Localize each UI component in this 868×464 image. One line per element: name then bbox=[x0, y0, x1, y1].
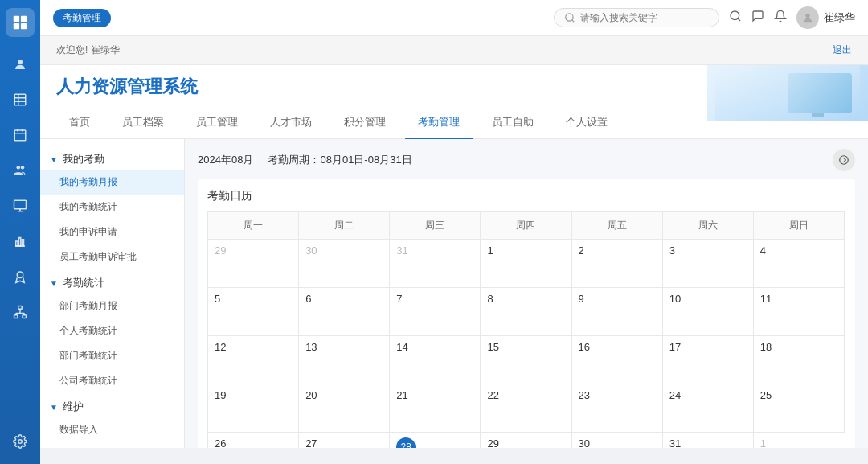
table-row[interactable]: 19 bbox=[208, 384, 299, 433]
table-row[interactable]: 11 bbox=[754, 288, 845, 336]
nav-tab-employee-file[interactable]: 员工档案 bbox=[109, 107, 177, 139]
period-nav-button[interactable] bbox=[833, 149, 855, 171]
user-avatar-area[interactable]: 崔绿华 bbox=[796, 6, 855, 29]
table-row[interactable]: 16 bbox=[572, 336, 663, 384]
sidebar-icon-badge[interactable] bbox=[6, 262, 35, 291]
bell-icon[interactable] bbox=[774, 10, 787, 26]
nav-tab-employee-manage[interactable]: 员工管理 bbox=[183, 107, 251, 139]
sidebar-icon-settings[interactable] bbox=[6, 427, 35, 456]
weekday-sun: 周日 bbox=[754, 212, 845, 240]
table-row[interactable]: 21 bbox=[390, 384, 481, 433]
group-label-3: 维护 bbox=[63, 400, 84, 414]
nav-tab-points[interactable]: 积分管理 bbox=[331, 107, 399, 139]
table-row[interactable]: 22 bbox=[481, 384, 571, 433]
table-row[interactable]: 30 bbox=[299, 240, 390, 288]
table-row[interactable]: 9 bbox=[572, 288, 663, 336]
table-row[interactable]: 17 bbox=[663, 336, 754, 384]
svg-rect-19 bbox=[16, 241, 18, 246]
table-row[interactable]: 18 bbox=[754, 336, 845, 384]
sidebar-icon-table[interactable] bbox=[6, 85, 35, 114]
search-box[interactable] bbox=[554, 8, 719, 27]
menu-item-my-monthly[interactable]: 我的考勤月报 bbox=[40, 170, 184, 195]
table-row[interactable]: 8 bbox=[481, 288, 571, 336]
arrow-icon: ▼ bbox=[50, 155, 58, 164]
menu-group-my-attendance[interactable]: ▼ 我的考勤 bbox=[40, 146, 184, 170]
nav-tab-talent-market[interactable]: 人才市场 bbox=[257, 107, 325, 139]
table-row[interactable]: 7 bbox=[390, 288, 481, 336]
table-row[interactable]: 25 bbox=[754, 384, 845, 433]
table-row[interactable]: 15 bbox=[481, 336, 571, 384]
menu-item-data-import[interactable]: 数据导入 bbox=[40, 417, 184, 442]
menu-item-my-stats[interactable]: 我的考勤统计 bbox=[40, 195, 184, 220]
svg-rect-24 bbox=[14, 315, 18, 318]
sidebar-icon-org[interactable] bbox=[6, 298, 35, 326]
table-row[interactable]: 1 bbox=[754, 433, 845, 448]
weekday-mon: 周一 bbox=[208, 212, 299, 240]
menu-item-employee-appeal[interactable]: 员工考勤申诉审批 bbox=[40, 244, 184, 269]
sidebar-icon-user[interactable] bbox=[6, 50, 35, 79]
table-row[interactable]: 29 bbox=[208, 240, 299, 288]
table-row[interactable]: 26 bbox=[208, 433, 299, 448]
sidebar-icon-chart[interactable] bbox=[6, 227, 35, 256]
table-row[interactable]: 29 bbox=[481, 433, 571, 448]
svg-rect-23 bbox=[18, 306, 23, 310]
group-label: 我的考勤 bbox=[63, 152, 104, 166]
sidebar-icon-people[interactable] bbox=[6, 156, 35, 185]
logout-button[interactable]: 退出 bbox=[833, 43, 852, 57]
menu-group-attendance-stats[interactable]: ▼ 考勤统计 bbox=[40, 269, 184, 294]
welcome-bar: 欢迎您! 崔绿华 退出 bbox=[40, 36, 868, 65]
top-icon-group bbox=[729, 10, 787, 26]
menu-item-dept-monthly[interactable]: 部门考勤月报 bbox=[40, 294, 184, 318]
weekday-thu: 周四 bbox=[481, 212, 571, 240]
weekday-tue: 周二 bbox=[299, 212, 390, 240]
table-row[interactable]: 24 bbox=[663, 384, 754, 433]
table-row[interactable]: 20 bbox=[299, 384, 390, 433]
table-row[interactable]: 6 bbox=[299, 288, 390, 336]
side-menu: ▼ 我的考勤 我的考勤月报 我的考勤统计 我的申诉申请 员工考勤申诉审批 ▼ 考… bbox=[40, 139, 185, 448]
table-row[interactable]: 27 bbox=[299, 433, 390, 448]
today-cell[interactable]: 28 bbox=[390, 433, 481, 448]
table-row[interactable]: 1 bbox=[481, 240, 571, 288]
app-logo[interactable] bbox=[6, 8, 35, 37]
menu-item-personal-stats[interactable]: 个人考勤统计 bbox=[40, 318, 184, 343]
table-row[interactable]: 3 bbox=[663, 240, 754, 288]
sidebar-icon-calendar[interactable] bbox=[6, 121, 35, 150]
search-icon-btn[interactable] bbox=[729, 10, 742, 26]
banner-image bbox=[707, 65, 868, 121]
svg-point-33 bbox=[731, 11, 739, 20]
nav-tab-personal-settings[interactable]: 个人设置 bbox=[553, 107, 620, 139]
arrow-icon-2: ▼ bbox=[50, 279, 58, 288]
table-row[interactable]: 23 bbox=[572, 384, 663, 433]
menu-item-mobile-error[interactable]: 移动端接入错误信息 bbox=[40, 442, 184, 448]
sidebar bbox=[0, 0, 40, 464]
search-input[interactable] bbox=[580, 12, 709, 23]
table-row[interactable]: 13 bbox=[299, 336, 390, 384]
svg-rect-15 bbox=[14, 200, 27, 209]
table-row[interactable]: 4 bbox=[754, 240, 845, 288]
table-row[interactable]: 30 bbox=[572, 433, 663, 448]
menu-item-dept-stats[interactable]: 部门考勤统计 bbox=[40, 343, 184, 368]
sidebar-icon-monitor[interactable] bbox=[6, 191, 35, 220]
svg-rect-3 bbox=[21, 23, 27, 29]
weekday-wed: 周三 bbox=[390, 212, 481, 240]
table-row[interactable]: 10 bbox=[663, 288, 754, 336]
menu-item-my-appeal[interactable]: 我的申诉申请 bbox=[40, 220, 184, 244]
table-row[interactable]: 2 bbox=[572, 240, 663, 288]
active-module-tag[interactable]: 考勤管理 bbox=[53, 9, 111, 27]
table-row[interactable]: 31 bbox=[663, 433, 754, 448]
message-icon[interactable] bbox=[751, 10, 764, 26]
menu-item-company-stats[interactable]: 公司考勤统计 bbox=[40, 368, 184, 393]
table-row[interactable]: 31 bbox=[390, 240, 481, 288]
welcome-text: 欢迎您! 崔绿华 bbox=[56, 43, 120, 57]
nav-tab-home[interactable]: 首页 bbox=[56, 107, 103, 139]
nav-tab-self-service[interactable]: 员工自助 bbox=[479, 107, 547, 139]
main-content: 人力资源管理系统 首页 员工档案 员工管理 人才市场 积分管理 考勤管理 员工自… bbox=[40, 65, 868, 464]
period-header: 2024年08月 考勤周期：08月01日-08月31日 bbox=[198, 149, 855, 171]
table-row[interactable]: 5 bbox=[208, 288, 299, 336]
menu-group-maintenance[interactable]: ▼ 维护 bbox=[40, 393, 184, 417]
table-row[interactable]: 14 bbox=[390, 336, 481, 384]
top-search-area: 崔绿华 bbox=[554, 6, 855, 29]
table-row[interactable]: 12 bbox=[208, 336, 299, 384]
svg-rect-5 bbox=[14, 94, 26, 105]
nav-tab-attendance[interactable]: 考勤管理 bbox=[405, 107, 473, 139]
